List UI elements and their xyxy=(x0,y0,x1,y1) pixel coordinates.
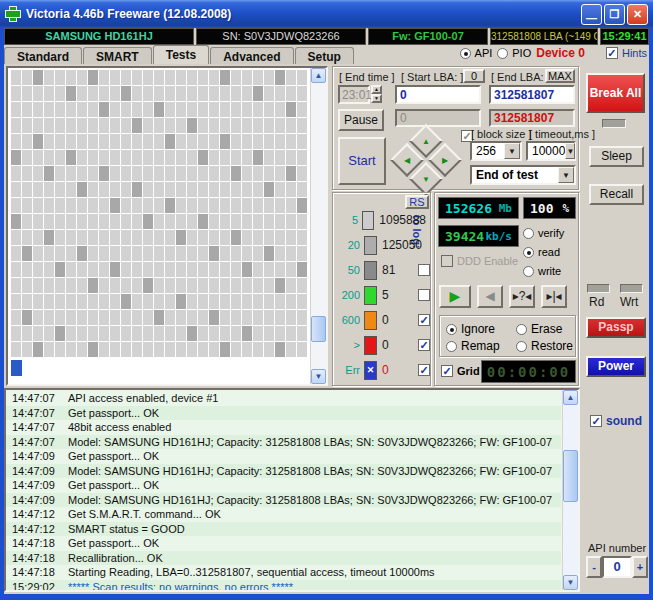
block-size-dropdown[interactable]: 256 ▼ xyxy=(470,141,522,161)
pio-radio[interactable]: PIO xyxy=(497,47,531,59)
rs-button[interactable]: RS xyxy=(405,195,429,209)
blockmap-scrollbar[interactable]: ▲ ▼ xyxy=(310,68,326,384)
timeout-dropdown[interactable]: 10000 ▼ xyxy=(526,141,576,161)
block-cell xyxy=(154,86,164,101)
block-cell xyxy=(33,214,43,229)
access-mode-write[interactable]: write xyxy=(523,265,561,277)
block-cell xyxy=(33,182,43,197)
defect-action-ignore[interactable]: Ignore xyxy=(446,322,495,336)
access-mode-verify[interactable]: verify xyxy=(523,227,564,239)
scroll-down-icon[interactable]: ▼ xyxy=(311,369,326,384)
jump-end-button[interactable]: ▸|◂ xyxy=(541,285,567,308)
dropdown-arrow-icon[interactable]: ▼ xyxy=(504,143,520,159)
scroll-up-icon[interactable]: ▲ xyxy=(563,390,578,405)
api-decrement-button[interactable]: - xyxy=(586,556,602,578)
end-time-spinner[interactable]: ▲ ▼ xyxy=(371,85,382,104)
maximize-button[interactable]: ❐ xyxy=(604,4,625,25)
block-cell xyxy=(66,214,76,229)
dropdown-arrow-icon[interactable]: ▼ xyxy=(565,143,575,159)
arrow-right-icon: ▶ xyxy=(435,150,455,170)
block-cell xyxy=(121,70,131,85)
block-cell xyxy=(44,294,54,309)
api-number-field[interactable]: 0 xyxy=(602,556,632,578)
tab-setup[interactable]: Setup xyxy=(295,47,354,64)
api-radio-circle[interactable] xyxy=(460,48,471,59)
start-button[interactable]: Start xyxy=(338,137,386,185)
scroll-down-icon[interactable]: ▼ xyxy=(563,575,578,590)
hist-log-checkbox[interactable]: ✓ xyxy=(418,314,430,326)
sleep-button[interactable]: Sleep xyxy=(589,146,644,167)
defect-action-erase[interactable]: Erase xyxy=(516,322,562,336)
blockmap-scroll-thumb[interactable] xyxy=(311,316,326,342)
scan-backward-button[interactable]: ◀ xyxy=(477,285,503,308)
radio-circle[interactable] xyxy=(523,247,534,258)
passp-button[interactable]: Passp xyxy=(586,317,646,338)
log-text: Get passport... OK xyxy=(54,449,159,464)
log-scrollbar[interactable]: ▲ ▼ xyxy=(562,390,578,590)
api-radio[interactable]: API xyxy=(460,47,493,59)
hints-checkbox[interactable]: ✓ Hints xyxy=(606,47,647,59)
hints-checkbox-box[interactable]: ✓ xyxy=(606,47,618,59)
scroll-up-icon[interactable]: ▲ xyxy=(311,68,326,83)
dropdown-arrow-icon[interactable]: ▼ xyxy=(558,167,574,183)
log-panel[interactable]: 14:47:07API access enabled, device #114:… xyxy=(4,388,580,592)
tab-tests[interactable]: Tests xyxy=(153,45,209,64)
block-cell xyxy=(286,246,296,261)
hist-log-checkbox[interactable] xyxy=(418,264,430,276)
close-button[interactable]: ✕ xyxy=(627,4,648,25)
radio-circle[interactable] xyxy=(523,228,534,239)
radio-circle[interactable] xyxy=(446,341,457,352)
hints-label: Hints xyxy=(622,47,647,59)
power-button[interactable]: Power xyxy=(586,356,646,377)
minimize-button[interactable]: — xyxy=(581,4,602,25)
sound-checkbox-box[interactable]: ✓ xyxy=(590,415,602,427)
grid-checkbox-box[interactable]: ✓ xyxy=(441,365,453,377)
block-cell xyxy=(253,246,263,261)
tab-advanced[interactable]: Advanced xyxy=(210,47,293,64)
pause-button[interactable]: Pause xyxy=(338,109,384,131)
end-time-field[interactable]: 23:01 xyxy=(338,85,370,104)
jump-question-button[interactable]: ▸?◂ xyxy=(509,285,535,308)
block-cell xyxy=(77,278,87,293)
break-all-button[interactable]: Break All xyxy=(586,73,645,113)
block-cell xyxy=(231,70,241,85)
tab-standard[interactable]: Standard xyxy=(4,47,82,64)
hist-log-checkbox[interactable]: ✓ xyxy=(418,339,430,351)
hist-color-block xyxy=(364,236,377,255)
block-cell xyxy=(99,70,109,85)
pio-radio-circle[interactable] xyxy=(497,48,508,59)
radio-circle[interactable] xyxy=(523,266,534,277)
grid-checkbox[interactable]: ✓ Grid xyxy=(441,365,480,377)
block-cell xyxy=(253,70,263,85)
block-cell xyxy=(110,70,120,85)
block-cell xyxy=(165,230,175,245)
spin-up-icon[interactable]: ▲ xyxy=(371,85,382,94)
block-cell xyxy=(66,166,76,181)
spin-down-icon[interactable]: ▼ xyxy=(371,94,382,103)
tab-smart[interactable]: SMART xyxy=(83,47,152,64)
sound-checkbox[interactable]: ✓ sound xyxy=(590,414,642,428)
defect-action-remap[interactable]: Remap xyxy=(446,339,500,353)
hist-log-checkbox[interactable] xyxy=(418,289,430,301)
end-action-dropdown[interactable]: End of test ▼ xyxy=(470,165,576,185)
ddd-checkbox-box[interactable] xyxy=(441,255,453,267)
access-mode-read[interactable]: read xyxy=(523,246,560,258)
block-cell xyxy=(88,310,98,325)
block-cell xyxy=(231,326,241,341)
start-lba-field[interactable]: 0 xyxy=(395,85,481,104)
block-cell xyxy=(231,342,241,357)
scan-forward-button[interactable]: ▶ xyxy=(439,285,471,308)
defect-action-restore[interactable]: Restore xyxy=(516,339,573,353)
recall-button[interactable]: Recall xyxy=(589,184,644,205)
end-lba-field[interactable]: 312581807 xyxy=(489,85,575,104)
radio-circle[interactable] xyxy=(516,324,527,335)
hist-row->: >0✓ xyxy=(338,334,426,356)
hist-log-checkbox[interactable]: ✓ xyxy=(418,364,430,376)
radio-circle[interactable] xyxy=(516,341,527,352)
ddd-enable-checkbox[interactable]: DDD Enable xyxy=(441,255,518,267)
radio-circle[interactable] xyxy=(446,324,457,335)
zero-lba-button[interactable]: 0 xyxy=(463,69,485,83)
api-increment-button[interactable]: + xyxy=(632,556,648,578)
log-scroll-thumb[interactable] xyxy=(563,450,578,502)
max-lba-button[interactable]: MAX xyxy=(545,69,575,83)
